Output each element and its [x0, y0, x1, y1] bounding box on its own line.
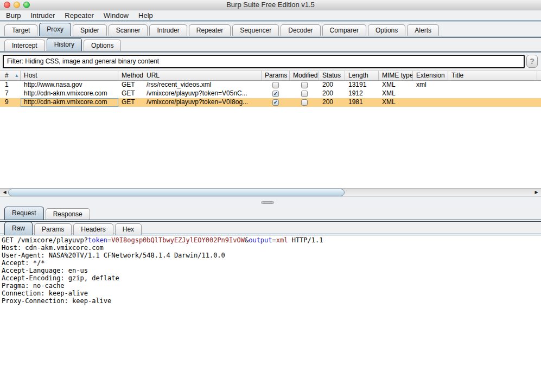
cell-method: GET — [118, 98, 143, 107]
menu-item-intruder[interactable]: Intruder — [26, 10, 60, 21]
proxy-tab-history[interactable]: History — [47, 38, 82, 51]
tab-alerts[interactable]: Alerts — [407, 24, 439, 36]
tab-sequencer[interactable]: Sequencer — [232, 24, 279, 36]
main-tab-bar: TargetProxySpiderScannerIntruderRepeater… — [4, 23, 439, 36]
cell-url: /vmixcore/playuvp?token=V0I8og... — [143, 98, 262, 107]
menu-bar: BurpIntruderRepeaterWindowHelp — [1, 10, 541, 20]
params-checkbox[interactable] — [272, 82, 279, 88]
menu-item-repeater[interactable]: Repeater — [60, 10, 98, 21]
request-raw-editor[interactable]: GET /vmixcore/playuvp?token=V0I8ogsp0bQl… — [0, 235, 541, 392]
request-line-param-name: token — [88, 236, 107, 244]
cell-status: 200 — [319, 89, 345, 98]
request-header-line: Accept: */* — [2, 259, 541, 267]
params-checkbox[interactable]: ✓ — [272, 91, 279, 97]
modified-checkbox[interactable] — [301, 91, 308, 97]
params-checkbox[interactable]: ✓ — [272, 99, 279, 106]
proxy-tab-options[interactable]: Options — [84, 40, 121, 51]
pane-splitter[interactable] — [0, 197, 541, 207]
column-header-mime-type[interactable]: MIME type — [379, 71, 413, 80]
tab-rule — [0, 36, 541, 36]
scrollbar-thumb[interactable] — [8, 189, 345, 196]
cell-status: 200 — [319, 98, 345, 107]
message-tab-response[interactable]: Response — [46, 208, 90, 220]
cell-mime-type: XML — [379, 81, 413, 89]
menu-item-help[interactable]: Help — [133, 10, 158, 21]
column-header-url[interactable]: URL — [143, 71, 262, 80]
modified-checkbox — [290, 89, 319, 98]
column-header-length[interactable]: Length — [345, 71, 379, 80]
tab-intruder[interactable]: Intruder — [149, 24, 187, 36]
cell-title — [448, 98, 537, 107]
cell-filler — [537, 81, 541, 89]
modified-checkbox[interactable] — [301, 99, 308, 106]
cell-length: 1981 — [345, 98, 379, 107]
tab-comparer[interactable]: Comparer — [322, 24, 366, 36]
cell-host: http://cdn-akm.vmixcore.com — [21, 98, 118, 107]
message-tab-request[interactable]: Request — [4, 207, 44, 220]
proxy-tab-bar: InterceptHistoryOptions — [4, 38, 121, 51]
titlebar: Burp Suite Free Edition v1.5 — [0, 0, 541, 10]
column-header-extension[interactable]: Extension — [413, 71, 448, 80]
history-table-header: #▲HostMethodURLParamsModifiedStatusLengt… — [0, 70, 541, 81]
menu-item-window[interactable]: Window — [99, 10, 133, 21]
column-header-modified[interactable]: Modified — [290, 71, 319, 80]
params-checkbox: ✓ — [262, 89, 290, 98]
cell-mime-type: XML — [379, 89, 413, 98]
table-row[interactable]: 9http://cdn-akm.vmixcore.comGET/vmixcore… — [0, 98, 541, 107]
table-row[interactable]: 1http://www.nasa.govGET/rss/recent_video… — [0, 81, 541, 89]
view-tab-params[interactable]: Params — [34, 223, 72, 235]
proxy-tab-intercept[interactable]: Intercept — [4, 40, 45, 51]
cell-mime-type: XML — [379, 98, 413, 107]
request-line-param-name: output — [249, 236, 272, 244]
cell-host: http://www.nasa.gov — [21, 81, 118, 89]
filter-bar[interactable]: Filter: Hiding CSS, image and general bi… — [3, 55, 525, 68]
request-line-param-value: V0I8ogsp0bQlTbwyEZJylEOY002Pn9IvOW — [111, 236, 245, 244]
scroll-right-arrow-icon[interactable]: ▶ — [532, 189, 540, 196]
table-row[interactable]: 7http://cdn-akm.vmixcore.comGET/vmixcore… — [0, 89, 541, 98]
tab-target[interactable]: Target — [4, 24, 37, 36]
column-header-title[interactable]: Title — [448, 71, 537, 80]
menu-item-burp[interactable]: Burp — [1, 10, 26, 21]
view-tab-raw[interactable]: Raw — [4, 222, 33, 235]
tab-decoder[interactable]: Decoder — [281, 24, 320, 36]
tab-scanner[interactable]: Scanner — [109, 24, 148, 36]
tab-spider[interactable]: Spider — [73, 24, 107, 36]
tab-rule — [0, 235, 541, 235]
cell-host: http://cdn-akm.vmixcore.com — [21, 89, 118, 98]
view-tab-headers[interactable]: Headers — [73, 223, 113, 235]
modified-checkbox[interactable] — [301, 82, 308, 88]
tab-repeater[interactable]: Repeater — [189, 24, 231, 36]
params-checkbox: ✓ — [262, 98, 290, 107]
tab-options[interactable]: Options — [368, 24, 405, 36]
request-header-line: Accept-Encoding: gzip, deflate — [2, 274, 541, 282]
cell-number: 7 — [0, 89, 21, 98]
params-checkbox — [262, 81, 290, 89]
help-button[interactable]: ? — [526, 55, 538, 68]
column-header-status[interactable]: Status — [319, 71, 345, 80]
cell-extension — [413, 89, 448, 98]
burp-suite-window: { "window": { "title": "Burp Suite Free … — [0, 0, 541, 392]
close-button[interactable] — [4, 2, 10, 8]
cell-url: /vmixcore/playuvp?token=V05nC... — [143, 89, 262, 98]
request-line-plain: = — [272, 236, 276, 244]
minimize-button[interactable] — [14, 2, 20, 8]
request-header-line: User-Agent: NASA%20TV/1.1 CFNetwork/548.… — [2, 252, 541, 259]
zoom-button[interactable] — [23, 2, 30, 8]
cell-method: GET — [118, 81, 143, 89]
tab-rule — [0, 53, 541, 53]
splitter-grip-icon[interactable] — [261, 201, 274, 204]
view-tab-hex[interactable]: Hex — [115, 223, 142, 235]
cell-length: 1912 — [345, 89, 379, 98]
view-tab-bar: RawParamsHeadersHex — [4, 222, 142, 235]
column-header-host[interactable]: Host — [21, 71, 118, 80]
column-header--[interactable]: #▲ — [0, 71, 21, 80]
tab-proxy[interactable]: Proxy — [39, 23, 71, 36]
request-header-line: Proxy-Connection: keep-alive — [2, 297, 541, 305]
cell-extension: xml — [413, 81, 448, 89]
history-table-body: 1http://www.nasa.govGET/rss/recent_video… — [0, 81, 541, 107]
menubar-shadow — [0, 20, 541, 22]
column-header-params[interactable]: Params — [262, 71, 290, 80]
column-header-method[interactable]: Method — [118, 71, 143, 80]
scroll-left-arrow-icon[interactable]: ◀ — [1, 189, 9, 196]
horizontal-scrollbar[interactable]: ◀ ▶ — [0, 188, 541, 197]
